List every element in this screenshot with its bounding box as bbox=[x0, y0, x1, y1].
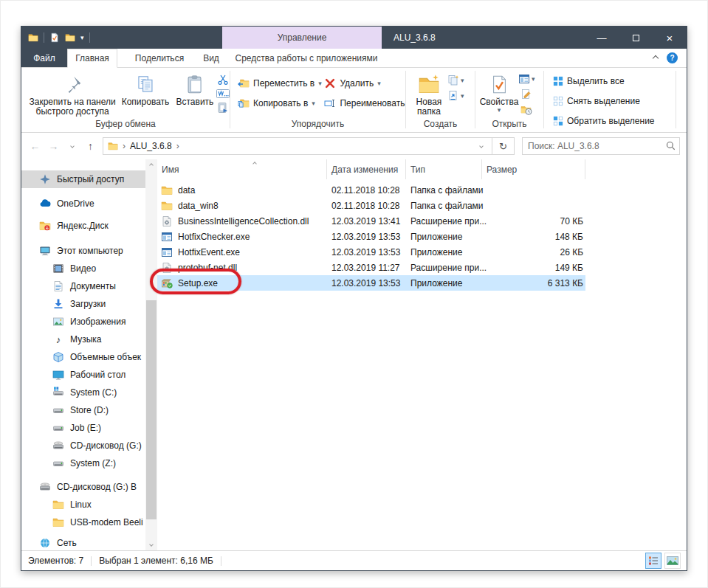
sidebar-item-onedrive[interactable]: OneDrive bbox=[21, 195, 145, 212]
move-to-button[interactable]: Переместить в ▾ bbox=[238, 75, 324, 91]
ribbon-separator bbox=[676, 71, 676, 128]
tab-view[interactable]: Вид bbox=[191, 49, 231, 67]
rename-button[interactable]: Переименовать bbox=[324, 95, 405, 111]
sidebar-item-cd-drive-g-b[interactable]: CD-дисковод (G:) B bbox=[21, 478, 145, 496]
qat-properties-icon[interactable] bbox=[49, 32, 60, 43]
ribbon-tab-row: Файл Главная Поделиться Вид Средства раб… bbox=[21, 49, 687, 68]
table-row-selected-setup-exe[interactable]: Setup.exe 12.03.2019 13:53 Приложение 6 … bbox=[157, 275, 585, 291]
select-all-button[interactable]: Выделить все bbox=[553, 73, 625, 89]
sidebar-item-3d-objects[interactable]: Объемные объек bbox=[21, 348, 145, 366]
new-folder-button[interactable]: Новая папка bbox=[410, 70, 447, 117]
sidebar-item-drive-d[interactable]: Store (D:) bbox=[21, 401, 145, 419]
column-header-date[interactable]: Дата изменения bbox=[327, 159, 406, 179]
up-button[interactable]: ↑ bbox=[81, 137, 100, 155]
delete-icon bbox=[324, 77, 336, 89]
delete-button[interactable]: Удалить ▾ bbox=[324, 75, 405, 91]
cut-icon[interactable] bbox=[217, 74, 229, 86]
sidebar-item-desktop[interactable]: Рабочий стол bbox=[21, 366, 145, 384]
breadcrumb-item[interactable]: ALU_3.6.8 bbox=[130, 141, 172, 151]
sidebar-scrollbar[interactable] bbox=[145, 159, 157, 550]
tab-home[interactable]: Главная bbox=[67, 49, 117, 68]
breadcrumb-separator: › bbox=[123, 141, 126, 151]
invert-selection-icon bbox=[553, 116, 563, 126]
contextual-tab-group[interactable]: Управление bbox=[222, 27, 382, 49]
exe-file-icon bbox=[161, 246, 173, 258]
breadcrumb[interactable]: › ALU_3.6.8 › bbox=[103, 137, 492, 155]
clear-selection-label: Снять выделение bbox=[567, 96, 640, 106]
column-header-name[interactable]: Имя bbox=[157, 159, 327, 179]
search-input[interactable] bbox=[522, 137, 680, 155]
dll-file-icon bbox=[161, 262, 173, 274]
properties-button[interactable]: Свойства ▾ bbox=[480, 70, 518, 114]
column-header-type[interactable]: Тип bbox=[406, 159, 482, 179]
tab-share[interactable]: Поделиться bbox=[128, 49, 191, 67]
copy-to-button[interactable]: Копировать в ▾ bbox=[238, 95, 324, 111]
paste-shortcut-icon[interactable] bbox=[217, 102, 229, 114]
sidebar-item-this-pc[interactable]: Этот компьютер bbox=[21, 242, 145, 260]
copy-button[interactable]: Копировать bbox=[117, 70, 173, 107]
desktop-icon bbox=[52, 369, 64, 381]
maximize-button[interactable] bbox=[619, 27, 653, 49]
details-view-button[interactable] bbox=[645, 553, 661, 569]
sidebar-item-drive-z[interactable]: System (Z:) bbox=[21, 454, 145, 472]
new-item-button[interactable]: ▾ bbox=[447, 75, 464, 86]
sidebar-item-documents[interactable]: Документы bbox=[21, 277, 145, 295]
edit-icon[interactable] bbox=[520, 89, 532, 100]
pin-to-quick-access-button[interactable]: Закрепить на панели быстрого доступа bbox=[27, 70, 117, 117]
address-dropdown-button[interactable] bbox=[474, 145, 489, 148]
tab-application-tools[interactable]: Средства работы с приложениями bbox=[231, 49, 382, 67]
collapse-ribbon-icon[interactable] bbox=[653, 55, 659, 60]
table-row[interactable]: HotfixChecker.exe 12.03.2019 13:53 Прило… bbox=[157, 229, 585, 244]
computer-icon bbox=[39, 245, 51, 257]
minimize-button[interactable]: — bbox=[585, 27, 619, 49]
qat-customize-dropdown-icon[interactable]: ▾ bbox=[80, 35, 84, 41]
history-icon[interactable] bbox=[520, 104, 532, 116]
close-button[interactable]: × bbox=[653, 27, 687, 49]
sidebar-item-downloads[interactable]: Загрузки bbox=[21, 295, 145, 313]
thumbnail-view-button[interactable] bbox=[664, 553, 681, 569]
sidebar-item-label: Видео bbox=[70, 263, 96, 274]
sidebar-item-label: Объемные объек bbox=[70, 352, 141, 362]
back-button[interactable]: ← bbox=[26, 137, 44, 155]
breadcrumb-separator[interactable]: › bbox=[176, 141, 179, 151]
sidebar-item-music[interactable]: ♪ Музыка bbox=[21, 331, 145, 348]
pin-icon bbox=[63, 75, 83, 94]
paste-button[interactable]: Вставить bbox=[173, 70, 216, 107]
refresh-button[interactable]: ↻ bbox=[492, 137, 515, 155]
sidebar-item-cd-drive-g[interactable]: CD-дисковод (G:) bbox=[21, 437, 145, 454]
table-row[interactable]: protobuf-net.dll 12.03.2019 11:27 Расшир… bbox=[157, 260, 585, 275]
navigation-pane: Быстрый доступ OneDrive Яндекс.Диск Этот… bbox=[21, 159, 145, 550]
sidebar-item-usb-modem[interactable]: USB-modem Beeli bbox=[21, 513, 145, 531]
tab-file[interactable]: Файл bbox=[21, 49, 67, 67]
easy-access-button[interactable]: ▾ bbox=[447, 90, 464, 102]
sidebar-item-label: CD-дисковод (G:) B bbox=[57, 482, 137, 492]
copy-path-icon[interactable] bbox=[216, 89, 230, 98]
qat-folder-icon[interactable] bbox=[28, 32, 38, 43]
scrollbar-thumb[interactable] bbox=[146, 300, 157, 519]
sidebar-item-drive-c[interactable]: System (C:) bbox=[21, 384, 145, 401]
open-button[interactable]: ▾ bbox=[518, 73, 535, 85]
scroll-down-icon[interactable] bbox=[145, 539, 157, 550]
table-row[interactable]: BusinessIntelligenceCollection.dll 12.03… bbox=[157, 213, 585, 229]
table-row[interactable]: data_win8 02.11.2018 10:28 Папка с файла… bbox=[157, 198, 585, 213]
invert-selection-button[interactable]: Обратить выделение bbox=[553, 113, 655, 129]
forward-button[interactable]: → bbox=[44, 137, 63, 155]
scroll-up-icon[interactable] bbox=[145, 159, 157, 171]
sidebar-item-pictures[interactable]: Изображения bbox=[21, 313, 145, 331]
file-name: HotfixChecker.exe bbox=[178, 232, 250, 242]
clear-selection-button[interactable]: Снять выделение bbox=[553, 93, 640, 109]
new-folder-label: Новая папка bbox=[410, 97, 447, 117]
sidebar-item-quick-access[interactable]: Быстрый доступ bbox=[21, 170, 145, 188]
sidebar-item-network[interactable]: Сеть bbox=[21, 534, 145, 550]
search-icon[interactable] bbox=[666, 141, 676, 151]
sidebar-item-yandex-disk[interactable]: Яндекс.Диск bbox=[21, 217, 145, 235]
recent-locations-button[interactable] bbox=[63, 137, 81, 155]
help-icon[interactable]: ? bbox=[667, 52, 678, 63]
table-row[interactable]: HotfixEvent.exe 12.03.2019 13:53 Приложе… bbox=[157, 244, 585, 260]
table-row[interactable]: data 02.11.2018 10:28 Папка с файлами bbox=[157, 182, 585, 198]
sidebar-item-videos[interactable]: Видео bbox=[21, 260, 145, 277]
qat-new-folder-icon[interactable] bbox=[65, 32, 75, 43]
sidebar-item-drive-e[interactable]: Job (E:) bbox=[21, 419, 145, 437]
column-header-size[interactable]: Размер bbox=[482, 159, 585, 179]
sidebar-item-linux[interactable]: Linux bbox=[21, 496, 145, 513]
